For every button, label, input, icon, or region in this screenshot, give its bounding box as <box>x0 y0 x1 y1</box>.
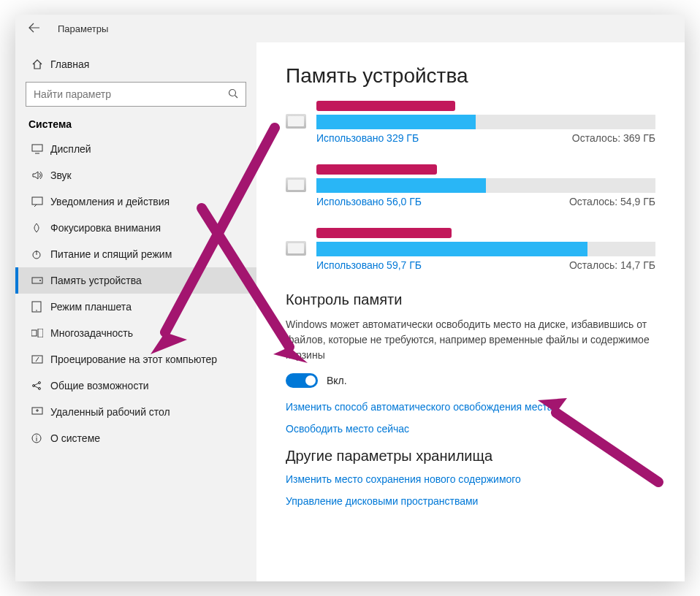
sidebar-item-label: Режим планшета <box>50 301 132 313</box>
sidebar-item-display[interactable]: Дисплей <box>15 136 256 162</box>
drive-usage-bar <box>316 178 655 193</box>
search-input-wrap[interactable] <box>26 82 246 107</box>
drive-row[interactable]: Использовано 59,7 ГБ Осталось: 14,7 ГБ <box>286 228 655 271</box>
drive-icon <box>286 114 306 129</box>
drive-row[interactable]: Использовано 329 ГБ Осталось: 369 ГБ <box>286 101 655 144</box>
sidebar-item-sound[interactable]: Звук <box>15 162 256 188</box>
sidebar-item-tablet[interactable]: Режим планшета <box>15 294 256 320</box>
link-change-auto-free[interactable]: Изменить способ автоматического освобожд… <box>286 401 655 413</box>
drive-name-redacted <box>316 228 452 238</box>
shared-icon <box>31 381 50 391</box>
drive-free-label: Осталось: 54,9 ГБ <box>569 196 655 207</box>
sidebar-item-storage[interactable]: Память устройства <box>15 267 256 294</box>
drive-usage-bar <box>316 242 655 256</box>
sidebar-item-label: Общие возможности <box>50 380 149 391</box>
home-icon <box>31 58 50 70</box>
title-bar: Параметры <box>15 15 685 42</box>
sidebar-item-label: О системе <box>50 432 100 444</box>
sidebar-item-multitask[interactable]: Многозадачность <box>15 320 256 346</box>
sidebar-item-label: Фокусировка внимания <box>50 222 161 234</box>
drive-row[interactable]: Использовано 56,0 ГБ Осталось: 54,9 ГБ <box>286 164 655 207</box>
page-title: Память устройства <box>286 64 655 88</box>
drive-icon <box>286 241 306 256</box>
sidebar-item-label: Удаленный рабочий стол <box>50 406 170 418</box>
about-icon <box>31 433 50 443</box>
display-icon <box>31 144 50 154</box>
sidebar-category: Система <box>15 115 256 136</box>
search-input[interactable] <box>34 88 228 100</box>
sidebar-item-notifications[interactable]: Уведомления и действия <box>15 188 256 215</box>
storage-icon <box>31 277 50 284</box>
sidebar-item-label: Многозадачность <box>50 327 133 339</box>
link-free-now[interactable]: Освободить место сейчас <box>286 423 655 435</box>
drive-usage-bar <box>316 115 655 129</box>
sidebar-item-remote[interactable]: Удаленный рабочий стол <box>15 399 256 425</box>
power-icon <box>31 249 50 259</box>
sidebar: Главная Система Дисплей Звук <box>15 42 256 581</box>
svg-rect-11 <box>31 330 37 336</box>
sidebar-item-shared[interactable]: Общие возможности <box>15 372 256 399</box>
search-icon <box>228 88 238 101</box>
sidebar-item-about[interactable]: О системе <box>15 425 256 451</box>
drive-free-label: Осталось: 14,7 ГБ <box>569 259 655 271</box>
svg-point-0 <box>229 89 236 96</box>
sound-icon <box>31 170 50 180</box>
svg-rect-12 <box>38 329 43 337</box>
multitask-icon <box>31 329 50 337</box>
focus-icon <box>31 223 50 233</box>
drive-name-redacted <box>316 101 455 111</box>
sidebar-item-label: Память устройства <box>50 275 142 286</box>
drive-used-label: Использовано 329 ГБ <box>316 132 419 144</box>
sidebar-item-focus[interactable]: Фокусировка внимания <box>15 215 256 241</box>
drive-used-label: Использовано 59,7 ГБ <box>316 259 422 271</box>
svg-rect-4 <box>32 197 42 205</box>
remote-icon <box>31 407 50 417</box>
storage-sense-toggle[interactable] <box>286 373 318 388</box>
other-storage-title: Другие параметры хранилища <box>286 448 655 465</box>
sidebar-item-label: Уведомления и действия <box>50 196 170 207</box>
svg-rect-2 <box>32 145 42 151</box>
sidebar-item-label: Дисплей <box>50 143 91 155</box>
svg-point-8 <box>39 280 41 281</box>
storage-sense-title: Контроль памяти <box>286 291 655 308</box>
drive-name-redacted <box>316 164 437 175</box>
sidebar-home-label: Главная <box>50 58 89 70</box>
settings-window: Параметры Главная Система <box>15 15 685 581</box>
sidebar-home[interactable]: Главная <box>15 51 256 77</box>
main-content: Память устройства Использовано 329 ГБ Ос… <box>256 42 685 581</box>
svg-point-10 <box>36 310 37 311</box>
storage-sense-desc: Windows может автоматически освободить м… <box>286 317 655 363</box>
tablet-icon <box>31 301 50 313</box>
link-manage-storage-spaces[interactable]: Управление дисковыми пространствами <box>286 495 655 507</box>
project-icon <box>31 355 50 364</box>
svg-line-1 <box>235 95 238 98</box>
sidebar-item-label: Проецирование на этот компьютер <box>50 354 217 365</box>
sidebar-item-project[interactable]: Проецирование на этот компьютер <box>15 346 256 372</box>
back-button[interactable] <box>28 23 45 35</box>
notifications-icon <box>31 196 50 207</box>
svg-point-20 <box>36 435 37 436</box>
sidebar-item-power[interactable]: Питание и спящий режим <box>15 241 256 267</box>
drive-icon <box>286 177 306 192</box>
drive-used-label: Использовано 56,0 ГБ <box>316 196 422 207</box>
drive-free-label: Осталось: 369 ГБ <box>572 132 655 144</box>
sidebar-item-label: Звук <box>50 169 72 181</box>
sidebar-item-label: Питание и спящий режим <box>50 248 172 260</box>
window-title: Параметры <box>58 23 108 34</box>
storage-sense-state: Вкл. <box>327 375 347 386</box>
link-change-save-location[interactable]: Изменить место сохранения нового содержи… <box>286 473 655 485</box>
